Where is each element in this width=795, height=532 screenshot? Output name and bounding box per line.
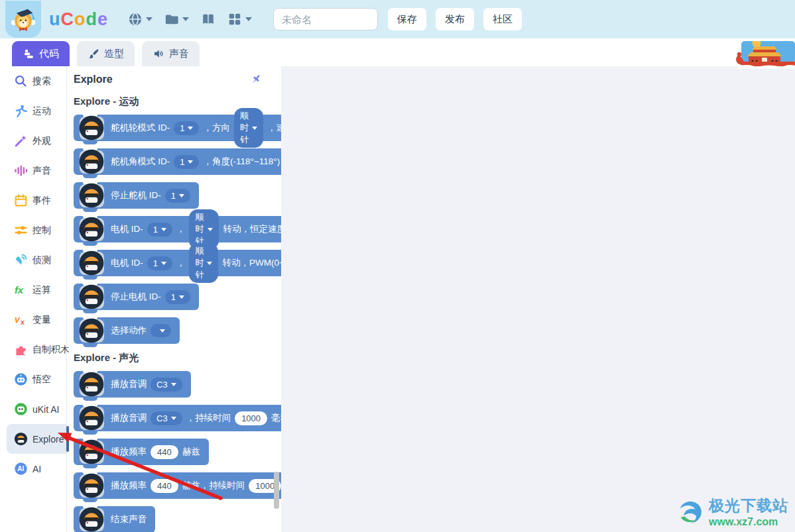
language-menu-button[interactable] [124, 8, 156, 30]
block-number-input[interactable]: 1000 [235, 411, 267, 425]
tab-costumes[interactable]: 造型 [77, 41, 135, 66]
block-dropdown[interactable]: 1 [147, 256, 172, 270]
tab-sounds[interactable]: 声音 [142, 41, 200, 66]
palette-block[interactable]: 停止舵机 ID-1 [74, 182, 199, 209]
palette-block[interactable]: 电机 ID-1，顺时针转动，恒定速度(0 [74, 216, 281, 242]
explore-robot-icon [77, 505, 106, 532]
block-dropdown[interactable]: 顺时针 [189, 243, 218, 283]
block-dropdown[interactable]: 1 [147, 223, 172, 237]
block-label: 播放频率 [111, 446, 147, 458]
block-label: ，角度(-118°~118°) [203, 156, 280, 168]
dropdown-value: C3 [156, 380, 168, 390]
apps-menu-button[interactable] [223, 8, 256, 30]
globe-icon [128, 12, 143, 27]
block-dropdown[interactable]: 1 [174, 121, 199, 135]
palette-block[interactable]: 选择动作 [74, 317, 180, 344]
sensing-icon [14, 253, 28, 267]
block-label: ，速度(0 [267, 122, 281, 134]
palette-block[interactable]: 电机 ID-1，顺时针转动，PWM(0~14 [74, 250, 281, 276]
motion-icon [14, 104, 28, 118]
tab-code[interactable]: 代码 [12, 41, 70, 66]
paintbrush-icon [88, 48, 99, 60]
palette-section-title: Explore - 运动 [74, 95, 281, 109]
chevron-down-icon [146, 17, 153, 21]
brand-letter: d [86, 9, 98, 29]
sidebar-item-ukit-ai[interactable]: uKit AI [0, 394, 66, 424]
explore-robot-icon [77, 215, 106, 244]
palette-block[interactable]: 舵机轮模式 ID-1，方向顺时针，速度(0 [74, 115, 281, 141]
block-label: 转动，PWM(0~14 [222, 257, 281, 269]
events-icon [14, 193, 28, 207]
file-menu-button[interactable] [160, 8, 193, 30]
block-dropdown[interactable] [151, 324, 171, 337]
apps-grid-icon [227, 12, 242, 27]
block-label: 毫秒 [271, 412, 281, 424]
project-name-input[interactable] [273, 8, 378, 30]
sidebar-item-label: 运动 [32, 105, 51, 117]
sidebar-item-looks[interactable]: 外观 [0, 126, 66, 156]
search-icon [14, 74, 28, 88]
control-icon [14, 223, 28, 237]
speaker-icon [153, 48, 164, 60]
code-workspace[interactable] [281, 66, 795, 532]
sidebar-item-wukong[interactable]: 悟空 [0, 364, 66, 394]
palette-block[interactable]: 停止电机 ID-1 [74, 284, 199, 310]
sidebar-item-variables[interactable]: vx变量 [0, 305, 66, 335]
block-label: 播放音调 [111, 378, 147, 390]
community-button[interactable]: 社区 [483, 8, 522, 30]
block-dropdown[interactable]: 顺时针 [234, 108, 263, 148]
block-label: ， [176, 223, 186, 235]
sidebar-item-events[interactable]: 事件 [0, 186, 66, 215]
palette-scrollbar-thumb[interactable] [274, 472, 279, 509]
sidebar-item-explore[interactable]: Explore [7, 424, 66, 454]
sidebar-item-label: AI [32, 464, 41, 474]
block-dropdown[interactable]: 1 [174, 155, 199, 169]
palette-block[interactable]: 播放频率440赫兹 [74, 439, 209, 465]
sidebar-item-ai[interactable]: AIAI [0, 454, 66, 484]
save-button[interactable]: 保存 [388, 8, 426, 30]
myblocks-icon [14, 343, 28, 356]
block-number-input[interactable]: 440 [151, 479, 178, 493]
looks-icon [14, 134, 28, 148]
block-label: 停止舵机 ID- [111, 189, 161, 201]
caret-down-icon [161, 228, 166, 231]
tab-label: 代码 [39, 48, 59, 60]
block-dropdown[interactable]: C3 [151, 411, 182, 425]
block-dropdown[interactable]: 1 [165, 189, 190, 203]
sidebar-item-sound[interactable]: 声音 [0, 156, 66, 186]
sidebar-item-operators[interactable]: fx运算 [0, 275, 66, 305]
caret-down-icon [208, 228, 213, 231]
svg-text:v: v [15, 314, 21, 325]
palette-block[interactable]: 播放频率440赫兹，持续时间1000毫秒 [74, 472, 281, 499]
palette-block[interactable]: 舵机角模式 ID-1，角度(-118°~118°)0，速 [74, 148, 281, 175]
sidebar-item-label: 自制积木 [32, 344, 70, 356]
sidebar-item-search[interactable]: 搜索 [0, 66, 66, 96]
sidebar-item-label: Explore [32, 434, 64, 445]
sidebar-item-control[interactable]: 控制 [0, 215, 66, 245]
block-dropdown[interactable]: C3 [151, 378, 182, 392]
sidebar-item-sensing[interactable]: 侦测 [0, 245, 66, 275]
brand-letter: C [61, 9, 75, 29]
block-dropdown[interactable]: 1 [165, 290, 190, 304]
explore-robot-icon [77, 248, 106, 278]
sidebar-item-motion[interactable]: 运动 [0, 96, 66, 126]
dropdown-value: C3 [156, 413, 168, 423]
palette-block[interactable]: 播放音调C3 [74, 371, 191, 398]
ai-icon: AI [14, 462, 28, 476]
explore-robot-icon [77, 437, 106, 466]
block-number-input[interactable]: 440 [151, 445, 178, 459]
publish-button[interactable]: 发布 [436, 8, 474, 30]
caret-down-icon [171, 417, 176, 420]
caret-down-icon [207, 262, 212, 265]
tutorials-button[interactable] [197, 8, 219, 30]
pin-icon[interactable] [249, 73, 263, 86]
explore-robot-icon [77, 147, 106, 176]
sidebar-item-label: uKit AI [32, 404, 59, 415]
operators-icon: fx [14, 283, 28, 297]
ucode-lion-logo[interactable] [5, 1, 41, 38]
sidebar-item-my-blocks[interactable]: 自制积木 [0, 335, 66, 364]
explore-robot-icon [77, 403, 106, 433]
palette-block[interactable]: 播放音调C3，持续时间1000毫秒 [74, 405, 281, 431]
folder-icon [164, 12, 179, 27]
palette-block[interactable]: 结束声音 [74, 506, 155, 532]
